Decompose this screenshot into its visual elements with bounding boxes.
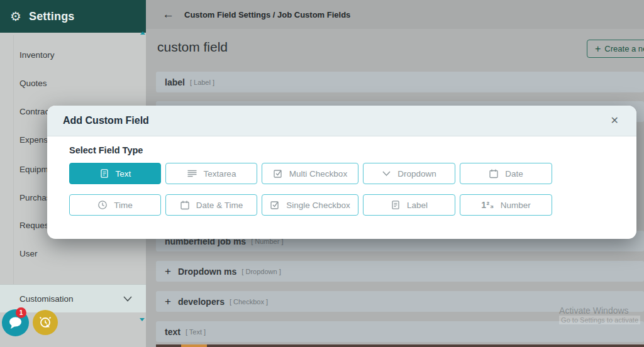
field-type-row-2: Time Date & Time Single Checkbox [69,194,636,216]
custom-field-row-dropdown-ms[interactable]: + Dropdown ms [ Dropdown ] [156,261,644,282]
field-type-text-button[interactable]: Text [69,163,161,184]
back-arrow-icon[interactable]: ← [162,8,174,21]
sidebar-title: Settings [29,10,75,23]
field-type-tag: [ Checkbox ] [230,298,268,306]
select-field-type-label: Select Field Type [69,145,636,155]
add-custom-field-modal: Add Custom Field ✕ Select Field Type Tex… [47,106,636,239]
topbar: ← Custom Field Settings / Job Custom Fie… [146,0,644,29]
calendar-icon [489,168,499,179]
field-type-time-button[interactable]: Time [69,194,161,216]
plus-icon: + [595,44,601,54]
custom-field-row-label[interactable]: label [ Label ] [156,72,644,92]
clipped-bottom-row [156,344,644,347]
sidebar-item-quotes[interactable]: Quotes [19,77,126,90]
document-icon [391,200,401,210]
field-type-single-checkbox-button[interactable]: Single Checkbox [262,194,358,216]
field-name: developers [178,297,225,307]
document-icon [99,168,109,179]
field-name: text [165,327,180,337]
custom-field-row-developers[interactable]: + developers [ Checkbox ] [156,291,644,312]
modal-title: Add Custom Field [63,115,149,126]
field-type-label: Number [501,201,531,210]
create-field-label: Create a ne [604,44,644,53]
field-type-label: Single Checkbox [286,201,350,210]
checkbox-icon [273,168,283,179]
sidebar-divider [13,35,14,284]
field-type-tag: [ Label ] [190,79,214,86]
sidebar-scroll-down-icon[interactable] [140,318,145,321]
field-name: Dropdown ms [178,267,236,277]
chevron-down-icon [382,170,391,177]
sidebar-item-inventory[interactable]: Inventory [19,49,126,62]
field-type-dropdown-button[interactable]: Dropdown [363,163,455,184]
reminder-fab-button[interactable] [33,310,58,335]
field-type-label: Date & Time [196,201,243,210]
calendar-icon [180,200,190,210]
custom-field-row-text[interactable]: text [ Text ] [156,321,644,342]
field-type-row-1: Text Textarea Multi Ch [69,163,636,184]
text-lines-icon [187,168,197,179]
field-type-label: Textarea [204,169,236,179]
modal-body: Select Field Type Text [47,136,636,216]
field-type-label: Multi Checkbox [289,169,347,179]
page-title: custom field [157,40,228,55]
field-type-label: Time [114,201,133,210]
gear-icon: ⚙ [10,10,21,23]
field-type-number-button[interactable]: 1²₃ Number [460,194,552,216]
field-type-textarea-button[interactable]: Textarea [165,163,257,184]
chevron-down-icon [123,296,132,302]
field-name: label [165,77,185,87]
sidebar-header: ⚙ Settings [0,0,146,33]
field-type-label: Dropdown [397,169,436,179]
sidebar-scroll-up-icon[interactable] [140,31,145,35]
field-type-label: Label [407,201,428,210]
notification-badge: 1 [16,307,26,318]
field-type-tag: [ Text ] [186,328,206,336]
alarm-clock-icon [38,316,52,329]
create-field-button[interactable]: + Create a ne [587,40,644,58]
expand-icon: + [165,265,172,278]
checkbox-icon [270,200,280,210]
field-type-label: Text [116,169,131,179]
field-type-date-button[interactable]: Date [460,163,552,184]
field-type-tag: [ Dropdown ] [242,268,280,275]
settings-page: ⚙ Settings Inventory Quotes Contracts Ex… [0,0,644,347]
expand-icon: + [165,295,172,308]
modal-header: Add Custom Field ✕ [47,106,636,136]
clipped-orange-segment [181,344,207,347]
sidebar-item-user[interactable]: User [19,248,126,260]
field-type-multi-checkbox-button[interactable]: Multi Checkbox [262,163,358,184]
field-type-label-button[interactable]: Label [363,194,455,216]
number-123-icon: 1²₃ [481,200,494,210]
breadcrumb: Custom Field Settings / Job Custom Field… [184,10,350,19]
close-icon[interactable]: ✕ [611,116,619,126]
clock-icon [97,200,108,210]
customisation-label: Customisation [19,294,74,304]
field-type-date-time-button[interactable]: Date & Time [165,194,257,216]
field-type-label: Date [505,169,523,179]
chat-bubble-icon [8,316,23,329]
